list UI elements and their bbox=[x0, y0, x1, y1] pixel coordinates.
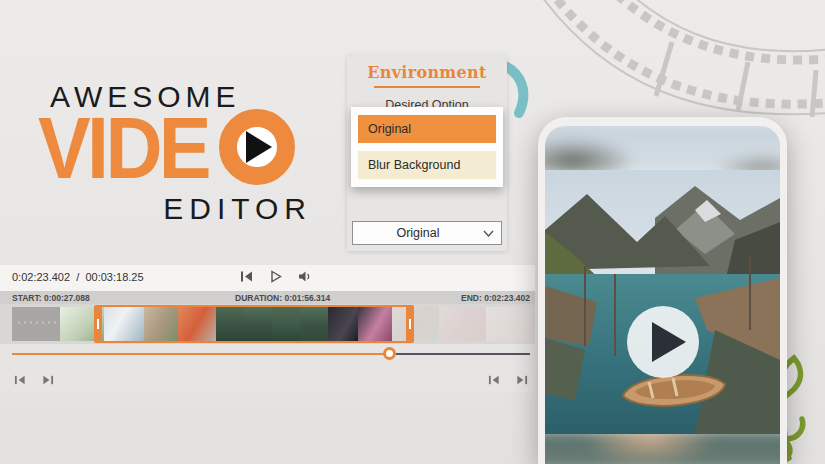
thumb-placeholder[interactable] bbox=[12, 307, 60, 341]
seek-track[interactable] bbox=[396, 353, 530, 355]
selection-bracket[interactable] bbox=[98, 305, 410, 343]
trim-handle-right[interactable] bbox=[406, 305, 414, 343]
clip-end: END: 0:02:23.402 bbox=[461, 293, 530, 303]
thumb-faded[interactable] bbox=[439, 307, 486, 341]
clip-info-bar: START: 0:00:27.088 DURATION: 0:01:56.314… bbox=[0, 291, 535, 304]
skip-previous-icon[interactable] bbox=[240, 270, 253, 283]
total-time: 00:03:18.25 bbox=[85, 271, 143, 283]
volume-icon[interactable] bbox=[298, 270, 312, 283]
seek-handle[interactable] bbox=[383, 347, 396, 360]
current-time: 0:02:23.402 bbox=[12, 271, 70, 283]
dropdown-option-blur-background[interactable]: Blur Background bbox=[358, 151, 496, 179]
title-underline bbox=[374, 86, 480, 88]
video-preview bbox=[545, 170, 780, 434]
logo-line-editor: EDITOR bbox=[163, 192, 312, 226]
play-icon[interactable] bbox=[269, 270, 282, 283]
desired-option-value: Original bbox=[353, 226, 483, 240]
skip-buttons-right bbox=[488, 374, 528, 386]
logo-line-video: VIDE bbox=[38, 104, 295, 190]
environment-panel: Environment Desired Option Original Orig… bbox=[347, 55, 507, 251]
app-logo: AWESOME VIDE EDITOR bbox=[38, 80, 312, 232]
phone-mockup bbox=[538, 117, 787, 464]
desired-option-dropdown: Original Blur Background bbox=[351, 107, 503, 187]
play-overlay-icon[interactable] bbox=[627, 306, 699, 378]
logo-video-text: VIDE bbox=[38, 106, 208, 188]
blur-background-bottom bbox=[545, 434, 780, 464]
logo-play-icon bbox=[219, 109, 295, 185]
transport-controls bbox=[240, 270, 312, 283]
seek-progress[interactable] bbox=[12, 353, 384, 355]
dropdown-option-original[interactable]: Original bbox=[358, 115, 496, 143]
transport-bar: 0:02:23.402 / 00:03:18.25 bbox=[0, 265, 535, 291]
filmstrip-area bbox=[0, 304, 535, 344]
desired-option-select[interactable]: Original bbox=[352, 221, 502, 245]
seek-row bbox=[0, 344, 535, 392]
time-separator: / bbox=[76, 271, 79, 283]
skip-end-icon[interactable] bbox=[516, 374, 528, 386]
skip-end-icon[interactable] bbox=[42, 374, 54, 386]
skip-start-icon[interactable] bbox=[488, 374, 500, 386]
chevron-down-icon bbox=[483, 230, 494, 237]
skip-buttons-left bbox=[14, 374, 54, 386]
panel-title: Environment bbox=[347, 63, 507, 82]
phone-screen bbox=[545, 126, 780, 464]
clip-duration: DURATION: 0:01:56.314 bbox=[235, 293, 330, 303]
time-display: 0:02:23.402 / 00:03:18.25 bbox=[12, 271, 144, 283]
blur-background-top bbox=[545, 126, 780, 170]
skip-start-icon[interactable] bbox=[14, 374, 26, 386]
clip-start: START: 0:00:27.088 bbox=[12, 293, 90, 303]
timeline-editor: 0:02:23.402 / 00:03:18.25 START: 0:00:27… bbox=[0, 265, 535, 392]
thumb-faded[interactable] bbox=[486, 307, 533, 341]
trim-handle-left[interactable] bbox=[94, 305, 102, 343]
